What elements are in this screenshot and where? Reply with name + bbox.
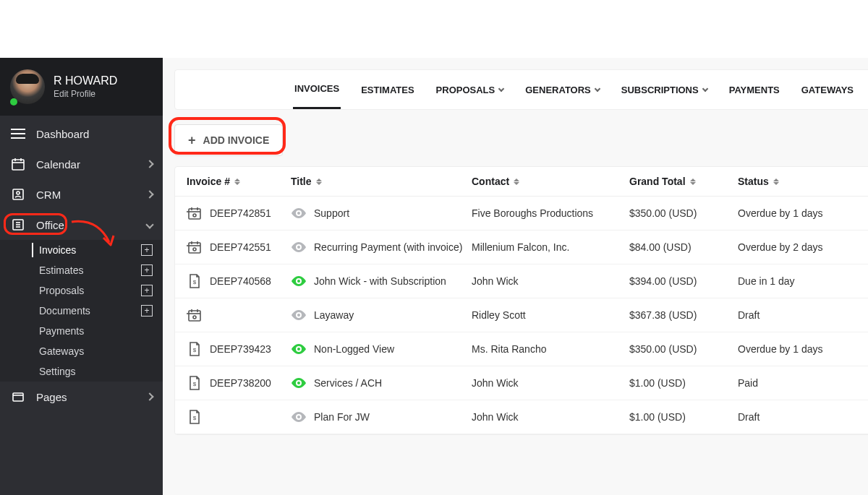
column-header[interactable]: Status [738, 176, 861, 187]
table-row[interactable]: $Plan For JWJohn Wick$1.00 (USD)Draft [175, 400, 868, 434]
contacts-icon [10, 186, 26, 202]
invoice-number: DEEP739423 [210, 343, 271, 355]
tab-label: ESTIMATES [361, 85, 414, 95]
sidebar-item-label: Dashboard [36, 128, 89, 140]
sidebar-sub-settings[interactable]: Settings [0, 361, 163, 382]
table-row[interactable]: $DEEP740568John Wick - with Subscription… [175, 264, 868, 298]
column-header[interactable]: Title [291, 176, 472, 187]
sort-icon[interactable] [773, 178, 779, 185]
table-header: Invoice #TitleContactGrand TotalStatus [175, 167, 868, 197]
table-row[interactable]: $DEEP738200Services / ACHJohn Wick$1.00 … [175, 366, 868, 400]
plus-icon: + [188, 134, 196, 147]
table-row[interactable]: DEEP742551Recurring Payment (with invoic… [175, 231, 868, 264]
sidebar-item-label: CRM [36, 189, 61, 201]
column-header[interactable]: Grand Total [629, 176, 738, 187]
eye-icon[interactable] [291, 375, 307, 391]
table-row[interactable]: DEEP742851SupportFive Boroughs Productio… [175, 197, 868, 231]
invoice-status: Draft [738, 309, 861, 321]
add-icon[interactable]: + [141, 244, 153, 256]
chevron-down-icon [498, 86, 504, 92]
eye-icon[interactable] [291, 341, 307, 357]
sidebar-sub-payments[interactable]: Payments [0, 321, 163, 341]
column-header[interactable]: Contact [472, 176, 629, 187]
table-row[interactable]: $DEEP739423Non-Logged ViewMs. Rita Ranch… [175, 332, 868, 366]
invoice-contact: Ms. Rita Rancho [472, 343, 629, 355]
column-label: Status [738, 176, 769, 187]
table-row[interactable]: LayawayRidley Scott$367.38 (USD)Draft [175, 298, 868, 332]
tab-estimates[interactable]: ESTIMATES [359, 70, 415, 109]
invoice-total: $350.00 (USD) [629, 207, 738, 219]
sidebar-sub-label: Payments [39, 325, 84, 337]
invoice-doc-icon: $ [187, 341, 203, 357]
invoice-total: $1.00 (USD) [629, 377, 738, 389]
invoice-status: Paid [738, 377, 861, 389]
sidebar-item-office[interactable]: Office [0, 210, 163, 240]
sidebar-sub-invoices[interactable]: Invoices+ [0, 240, 163, 260]
office-icon [10, 217, 26, 233]
chevron-down-icon [595, 86, 600, 92]
svg-point-20 [297, 212, 300, 215]
invoice-total: $84.00 (USD) [629, 241, 738, 253]
tab-invoices[interactable]: INVOICES [293, 70, 341, 109]
eye-icon[interactable] [291, 307, 307, 323]
column-label: Contact [472, 176, 509, 187]
tab-subscriptions[interactable]: SUBSCRIPTIONS [620, 70, 709, 109]
calendar-icon [187, 205, 203, 221]
sidebar-item-dashboard[interactable]: Dashboard [0, 119, 163, 149]
sort-icon[interactable] [690, 178, 696, 185]
invoice-status: Due in 1 day [738, 275, 861, 287]
invoice-title: Recurring Payment (with invoice) [314, 241, 462, 253]
invoice-status: Draft [738, 411, 861, 423]
sidebar-item-pages[interactable]: Pages [0, 382, 163, 412]
office-subnav: Invoices+Estimates+Proposals+Documents+P… [0, 240, 163, 382]
add-invoice-button[interactable]: + ADD INVOICE [174, 124, 283, 156]
sidebar-item-crm[interactable]: CRM [0, 179, 163, 210]
chevron-right-icon [145, 190, 153, 198]
tab-proposals[interactable]: PROPOSALS [435, 70, 506, 109]
invoice-doc-icon: $ [187, 375, 203, 391]
sort-icon[interactable] [234, 178, 240, 185]
invoice-number: DEEP742851 [210, 207, 271, 219]
tab-payments[interactable]: PAYMENTS [728, 70, 781, 109]
eye-icon[interactable] [291, 273, 307, 289]
svg-text:$: $ [193, 347, 197, 353]
sidebar-item-label: Pages [36, 391, 67, 403]
add-icon[interactable]: + [141, 305, 153, 317]
chevron-down-icon [145, 220, 153, 228]
invoice-doc-icon: $ [187, 273, 203, 289]
sidebar-sub-estimates[interactable]: Estimates+ [0, 260, 163, 280]
main-content: INVOICESESTIMATESPROPOSALSGENERATORSSUBS… [163, 58, 868, 495]
invoice-title: Services / ACH [314, 377, 382, 389]
add-invoice-label: ADD INVOICE [203, 134, 270, 146]
sidebar-sub-gateways[interactable]: Gateways [0, 341, 163, 361]
invoice-number: DEEP740568 [210, 275, 271, 287]
svg-point-28 [297, 280, 300, 283]
invoice-status: Overdue by 2 days [738, 241, 861, 253]
svg-point-19 [193, 214, 196, 217]
sidebar-item-label: Office [36, 219, 64, 231]
calendar-icon [10, 156, 26, 172]
add-icon[interactable]: + [141, 285, 153, 296]
svg-point-34 [297, 314, 300, 317]
column-header[interactable]: Invoice # [187, 176, 291, 187]
sort-icon[interactable] [316, 178, 322, 185]
sidebar-item-calendar[interactable]: Calendar [0, 149, 163, 179]
eye-icon[interactable] [291, 239, 307, 255]
tab-gateways[interactable]: GATEWAYS [800, 70, 855, 109]
eye-icon[interactable] [291, 409, 307, 425]
eye-icon[interactable] [291, 205, 307, 221]
sidebar-sub-label: Estimates [39, 264, 83, 276]
invoice-title: Plan For JW [314, 411, 370, 423]
sidebar-sub-proposals[interactable]: Proposals+ [0, 280, 163, 301]
add-icon[interactable]: + [141, 264, 153, 276]
sidebar-sub-documents[interactable]: Documents+ [0, 301, 163, 321]
svg-rect-13 [13, 393, 23, 401]
invoice-contact: John Wick [472, 275, 629, 287]
sort-icon[interactable] [514, 178, 519, 185]
svg-point-36 [297, 348, 300, 350]
edit-profile-link[interactable]: Edit Profile [54, 89, 117, 99]
invoice-title: Layaway [314, 309, 354, 321]
invoice-number: DEEP738200 [210, 377, 271, 389]
tab-generators[interactable]: GENERATORS [524, 70, 601, 109]
sidebar-sub-label: Documents [39, 305, 90, 317]
